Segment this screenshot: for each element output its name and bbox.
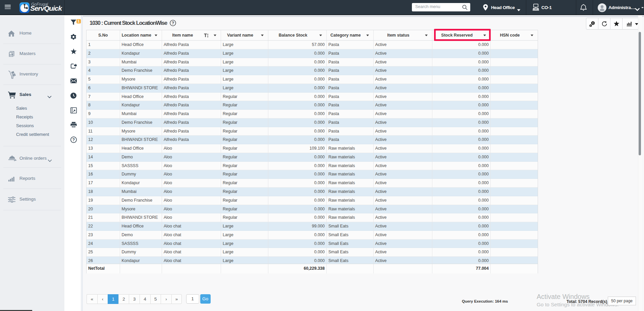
svg-text:?: ? xyxy=(172,21,174,25)
svg-text:?: ? xyxy=(72,137,75,142)
